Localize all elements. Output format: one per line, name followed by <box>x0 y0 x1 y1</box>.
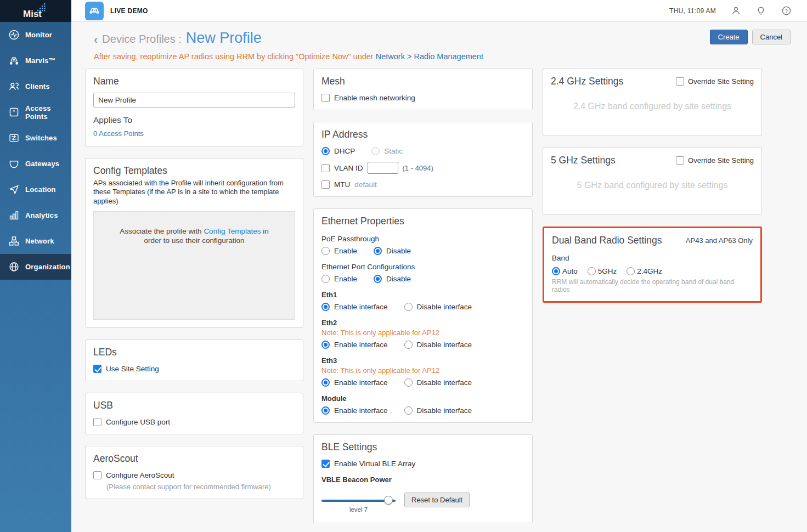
dual-band-rrm-note: RRM will automatically decide the operat… <box>552 278 753 293</box>
ble-settings-card: BLE Settings Enable Virtual BLE Array VB… <box>313 434 533 523</box>
sidebar-item-clients[interactable]: Clients <box>0 73 71 99</box>
band-5ghz-radio[interactable] <box>588 267 596 275</box>
poe-disable-label: Disable <box>386 247 411 255</box>
gateways-icon <box>8 158 20 170</box>
top-header: LIVE DEMO THU, 11:09 AM ? <box>71 0 807 22</box>
band-auto-radio[interactable] <box>552 267 560 275</box>
slider-level-label: level 7 <box>321 506 396 513</box>
sidebar-item-location[interactable]: Location <box>0 177 71 202</box>
poe-disable-radio[interactable] <box>374 247 382 255</box>
dual-band-radio-settings-card: Dual Band Radio Settings AP43 and AP63 O… <box>543 227 762 303</box>
use-site-setting-checkbox[interactable] <box>93 365 101 373</box>
configure-usb-label: Configure USB port <box>106 418 170 426</box>
org-name: LIVE DEMO <box>110 7 148 15</box>
bulb-icon[interactable] <box>755 5 766 16</box>
clock-text: THU, 11:09 AM <box>669 7 716 15</box>
access-points-icon <box>8 106 20 118</box>
eth2-ap12-note: Note: This is only applicable for AP12 <box>321 329 524 337</box>
sidebar-item-gateways[interactable]: Gateways <box>0 151 71 177</box>
leds-title: LEDs <box>93 347 295 358</box>
breadcrumb[interactable]: Device Profiles : <box>102 33 182 46</box>
vble-power-slider[interactable]: level 7 <box>321 495 396 505</box>
monitor-icon <box>8 29 20 41</box>
dual-band-subtitle: AP43 and AP63 Only <box>686 236 753 245</box>
eth3-ap12-note: Note: This is only applicable for AP12 <box>321 366 524 375</box>
eth3-disable-radio[interactable] <box>404 378 413 387</box>
access-points-count-link[interactable]: 0 Access Points <box>93 129 144 138</box>
band-auto-label: Auto <box>562 267 578 275</box>
module-disable-radio[interactable] <box>404 406 413 415</box>
page-title: New Profile <box>186 30 262 47</box>
ghz24-override-checkbox[interactable] <box>676 77 684 86</box>
sidebar-item-switches[interactable]: Switches <box>0 125 71 151</box>
band-5ghz-label: 5GHz <box>598 267 617 275</box>
ghz5-override-label: Override Site Setting <box>688 156 754 165</box>
vlan-range-hint: (1 - 4094) <box>403 164 433 172</box>
sidebar-item-analytics[interactable]: Analytics <box>0 202 71 228</box>
port-config-enable-label: Enable <box>334 275 357 283</box>
sidebar-item-network[interactable]: Network <box>0 228 71 254</box>
sidebar-item-monitor[interactable]: Monitor <box>0 22 71 48</box>
eth1-enable-radio[interactable] <box>321 303 330 311</box>
sidebar: Mist Monitor Marvis™ Clients Access Poin… <box>0 0 71 532</box>
vlan-id-input[interactable] <box>368 162 398 174</box>
eth2-label: Eth2 <box>321 319 524 327</box>
eth1-disable-radio[interactable] <box>404 303 413 311</box>
clients-icon <box>8 81 20 93</box>
sidebar-item-marvis[interactable]: Marvis™ <box>0 48 71 73</box>
port-config-enable-radio[interactable] <box>321 275 330 283</box>
enable-mesh-checkbox[interactable] <box>321 94 330 102</box>
poe-passthrough-label: PoE Passthrough <box>321 235 524 243</box>
eth-port-config-label: Ethernet Port Configurations <box>321 263 524 271</box>
enable-mesh-label: Enable mesh networking <box>334 94 415 102</box>
mist-logo[interactable]: Mist <box>0 0 71 22</box>
aeroscout-note: (Please contact support for recommended … <box>106 483 295 491</box>
port-config-disable-radio[interactable] <box>374 275 382 283</box>
ip-address-card: IP Address DHCP Static VLAN ID (1 - 4094… <box>313 122 533 197</box>
ghz5-override-checkbox[interactable] <box>676 156 684 165</box>
eth3-enable-radio[interactable] <box>321 378 330 387</box>
mesh-card: Mesh Enable mesh networking <box>313 69 533 110</box>
static-radio[interactable] <box>371 147 380 155</box>
ghz24-override-label: Override Site Setting <box>688 77 754 86</box>
org-selector[interactable]: LIVE DEMO <box>85 2 148 20</box>
reset-to-default-button[interactable]: Reset to Default <box>404 493 470 507</box>
module-enable-radio[interactable] <box>321 406 330 415</box>
sidebar-item-organization[interactable]: Organization <box>0 254 71 280</box>
cancel-button[interactable]: Cancel <box>752 30 791 44</box>
name-card: Name Applies To 0 Access Points <box>85 69 303 146</box>
eth1-label: Eth1 <box>321 291 524 299</box>
config-templates-empty-box: Associate the profile with Config Templa… <box>93 211 295 320</box>
eth2-disable-radio[interactable] <box>404 341 413 349</box>
poe-enable-radio[interactable] <box>321 247 330 255</box>
module-label: Module <box>321 394 524 403</box>
vlan-id-checkbox[interactable] <box>321 164 330 172</box>
config-templates-link[interactable]: Config Templates <box>204 227 261 235</box>
eth2-enable-label: Enable interface <box>334 341 388 349</box>
mtu-default-value: default <box>354 180 377 189</box>
create-button[interactable]: Create <box>710 30 748 44</box>
configure-usb-checkbox[interactable] <box>93 418 101 426</box>
config-templates-card: Config Templates APs associated with the… <box>85 158 303 328</box>
vlan-id-label: VLAN ID <box>334 164 363 172</box>
dhcp-radio[interactable] <box>321 147 330 155</box>
rrm-notice: After saving, reoptimize AP radios using… <box>71 47 807 61</box>
configure-aeroscout-checkbox[interactable] <box>93 471 101 479</box>
eth2-enable-radio[interactable] <box>321 341 330 349</box>
vble-beacon-power-label: VBLE Beacon Power <box>321 476 524 484</box>
radio-management-link[interactable]: Network > Radio Management <box>376 52 483 61</box>
eth3-label: Eth3 <box>321 356 524 365</box>
profile-name-input[interactable] <box>93 93 295 107</box>
config-templates-title: Config Templates <box>93 165 295 177</box>
user-icon[interactable] <box>730 5 741 16</box>
config-templates-description: APs associated with the Profile will inh… <box>93 179 295 206</box>
mtu-checkbox[interactable] <box>321 180 330 189</box>
back-chevron-icon[interactable]: ‹ <box>94 34 98 46</box>
slider-handle[interactable] <box>384 496 393 505</box>
marvis-icon <box>8 55 20 67</box>
band-24ghz-radio[interactable] <box>627 267 635 275</box>
help-icon[interactable]: ? <box>781 5 792 16</box>
poe-enable-label: Enable <box>334 247 357 255</box>
sidebar-item-access-points[interactable]: Access Points <box>0 99 71 125</box>
enable-vble-checkbox[interactable] <box>321 460 330 468</box>
